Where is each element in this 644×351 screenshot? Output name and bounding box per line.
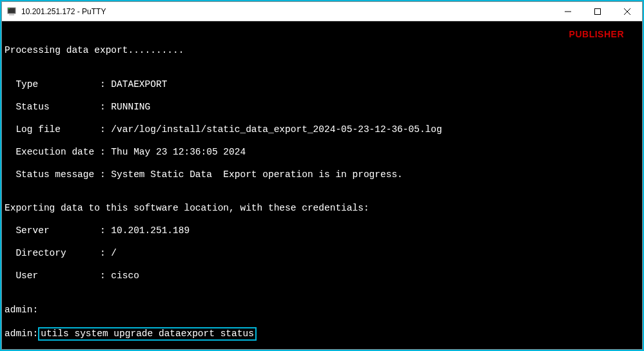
terminal-line: admin: bbox=[5, 305, 639, 316]
maximize-button[interactable] bbox=[583, 2, 612, 21]
putty-window: 10.201.251.172 - PuTTY PUBLISHER Process… bbox=[1, 1, 643, 350]
terminal-line: Status : RUNNING bbox=[5, 102, 639, 113]
window-title: 10.201.251.172 - PuTTY bbox=[21, 7, 553, 16]
terminal-line: Log file : /var/log/install/static_data_… bbox=[5, 124, 639, 136]
terminal-line: Exporting data to this software location… bbox=[5, 203, 639, 214]
svg-rect-1 bbox=[9, 14, 14, 15]
publisher-label: PUBLISHER bbox=[569, 29, 624, 41]
terminal-line: Server : 10.201.251.189 bbox=[5, 225, 639, 237]
terminal-line: Type : DATAEXPORT bbox=[5, 79, 639, 91]
terminal-line: admin:utils system upgrade dataexport st… bbox=[5, 327, 639, 341]
svg-rect-2 bbox=[8, 8, 10, 9]
terminal-line: Processing data export.......... bbox=[5, 45, 639, 57]
terminal-line: User : cisco bbox=[5, 270, 639, 282]
terminal-line: Directory : / bbox=[5, 248, 639, 260]
highlighted-command: utils system upgrade dataexport status bbox=[38, 327, 257, 341]
close-button[interactable] bbox=[612, 2, 642, 21]
terminal[interactable]: PUBLISHER Processing data export........… bbox=[2, 21, 642, 349]
titlebar[interactable]: 10.201.251.172 - PuTTY bbox=[2, 2, 642, 21]
minimize-button[interactable] bbox=[553, 2, 583, 21]
putty-icon bbox=[7, 6, 17, 17]
window-controls bbox=[553, 2, 642, 21]
terminal-line: Status message : System Static Data Expo… bbox=[5, 169, 639, 181]
terminal-line: Execution date : Thu May 23 12:36:05 202… bbox=[5, 147, 639, 158]
prompt: admin: bbox=[5, 328, 38, 339]
svg-rect-4 bbox=[595, 8, 601, 14]
